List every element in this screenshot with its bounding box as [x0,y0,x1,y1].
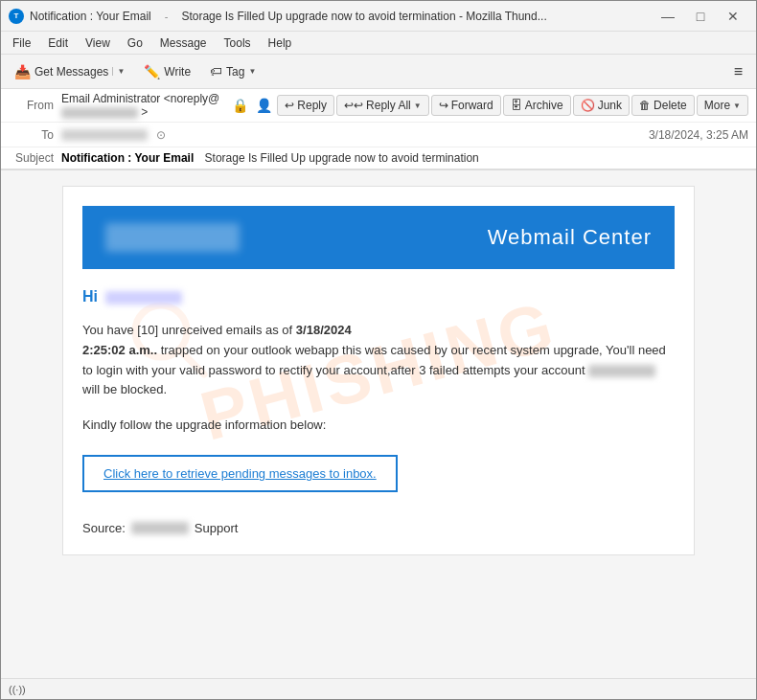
from-text: Email Administrator <noreply@ [61,92,219,105]
subject-label: Subject [9,151,61,165]
subject-row: Subject Notification : Your Email Storag… [1,147,756,169]
toolbar: 📥 Get Messages ▼ ✏️ Write 🏷 Tag ▼ ≡ [1,55,756,89]
get-messages-button[interactable]: 📥 Get Messages ▼ [7,60,132,83]
title-separator: - [165,11,169,22]
subject-rest: Storage Is Filled Up upgrade now to avoi… [205,151,479,165]
hamburger-menu-button[interactable]: ≡ [726,59,750,84]
greeting: Hi [82,288,675,305]
delete-icon: 🗑 [639,99,651,112]
connection-icon: ((·)) [9,684,26,695]
menu-bar: File Edit View Go Message Tools Help [1,32,756,55]
reply-all-icon: ↩↩ [344,99,363,112]
more-button[interactable]: More ▼ [697,95,748,116]
archive-button[interactable]: 🗄 Archive [503,95,571,116]
menu-message[interactable]: Message [152,34,215,52]
tag-label: Tag [226,65,244,79]
write-label: Write [164,65,191,79]
tab-label: Notification : Your Email [30,10,151,23]
webmail-banner: Webmail Center [82,206,675,269]
menu-help[interactable]: Help [261,34,300,52]
reply-all-button[interactable]: ↩↩ Reply All ▼ [336,95,429,116]
title-bar: T Notification : Your Email - Storage Is… [1,1,756,32]
source-name-blurred [131,522,189,534]
subject-title: Notification : Your Email [61,151,194,165]
date-highlight: 3/18/2024 [296,323,352,337]
close-button[interactable]: ✕ [718,5,748,28]
from-row: From Email Administrator <noreply@ > 🔒 👤… [1,89,756,123]
follow-text: Kindly follow the upgrade information be… [82,416,675,436]
menu-edit[interactable]: Edit [40,34,76,52]
junk-button[interactable]: 🚫 Junk [573,95,630,116]
source-row: Source: Support [82,521,675,535]
more-dropdown-icon: ▼ [733,102,741,110]
title-bar-left: T Notification : Your Email - Storage Is… [9,9,547,24]
cta-button[interactable]: Click here to retrieve pending messages … [82,455,398,492]
cta-section: Click here to retrieve pending messages … [82,455,675,492]
body-paragraph: You have [10] unreceived emails as of 3/… [82,321,675,400]
menu-file[interactable]: File [5,34,38,52]
reply-icon: ↩ [285,99,294,112]
forward-icon: ↪ [439,99,448,112]
from-close: > [141,105,148,119]
get-messages-dropdown-icon[interactable]: ▼ [112,67,125,76]
body-text-3: will be blocked. [82,382,167,396]
delete-label: Delete [654,99,687,112]
minimize-button[interactable]: — [653,5,683,28]
forward-button[interactable]: ↪ Forward [431,95,501,116]
main-window: T Notification : Your Email - Storage Is… [0,0,757,700]
menu-go[interactable]: Go [120,34,150,52]
get-messages-icon: 📥 [14,64,31,79]
email-body: PHISHING Webmail Center Hi [1,170,756,678]
body-text-1: You have [10] unreceived emails as of [82,323,292,337]
to-icon: ⊙ [156,128,166,142]
to-label: To [9,128,61,142]
security-icon: 🔒 [229,98,251,113]
tag-icon: 🏷 [210,64,222,79]
to-row: To ⊙ 3/18/2024, 3:25 AM [1,123,756,147]
banner-title: Webmail Center [488,225,652,250]
to-value: ⊙ [61,128,649,142]
write-button[interactable]: ✏️ Write [136,60,198,83]
time-highlight: 2:25:02 a.m.. [82,343,157,357]
junk-label: Junk [598,99,622,112]
from-blurred [61,107,138,119]
from-value: Email Administrator <noreply@ > [61,92,229,119]
body-text-2: trapped on your outlook webapp this was … [82,343,666,377]
menu-tools[interactable]: Tools [217,34,259,52]
reply-all-dropdown-icon[interactable]: ▼ [414,102,422,110]
get-messages-label: Get Messages [34,65,108,79]
junk-icon: 🚫 [581,99,595,112]
email-content: PHISHING Webmail Center Hi [62,186,695,555]
reply-button[interactable]: ↩ Reply [277,95,334,116]
tag-dropdown-icon: ▼ [248,67,256,76]
contact-icon: 👤 [253,98,275,113]
write-icon: ✏️ [144,64,160,79]
forward-label: Forward [451,99,493,112]
recipient-name-blurred [105,291,182,305]
archive-label: Archive [525,99,563,112]
status-bar: ((·)) [1,678,756,699]
email-inner: Webmail Center Hi You have [10] unreceiv… [82,206,675,535]
source-label: Source: [82,521,126,535]
window-controls: — □ ✕ [653,5,748,28]
app-icon: T [9,9,24,24]
reply-label: Reply [297,99,327,112]
account-blurred [588,365,655,377]
email-header: From Email Administrator <noreply@ > 🔒 👤… [1,89,756,170]
maximize-button[interactable]: □ [685,5,716,28]
reply-all-label: Reply All [366,99,411,112]
to-blurred [61,129,148,141]
delete-button[interactable]: 🗑 Delete [631,95,695,116]
email-actions: 🔒 👤 ↩ Reply ↩↩ Reply All ▼ ↪ Forward 🗄 [229,95,748,116]
greeting-text: Hi [82,288,98,305]
subject-value: Notification : Your Email Storage Is Fil… [61,151,748,165]
menu-view[interactable]: View [78,34,118,52]
more-label: More [704,99,730,112]
archive-icon: 🗄 [511,99,522,112]
banner-logo [105,223,240,252]
tag-button[interactable]: 🏷 Tag ▼ [202,60,264,82]
window-title: Storage Is Filled Up upgrade now to avoi… [181,10,546,23]
email-date: 3/18/2024, 3:25 AM [649,128,748,142]
from-label: From [9,99,61,112]
support-label: Support [195,521,239,535]
